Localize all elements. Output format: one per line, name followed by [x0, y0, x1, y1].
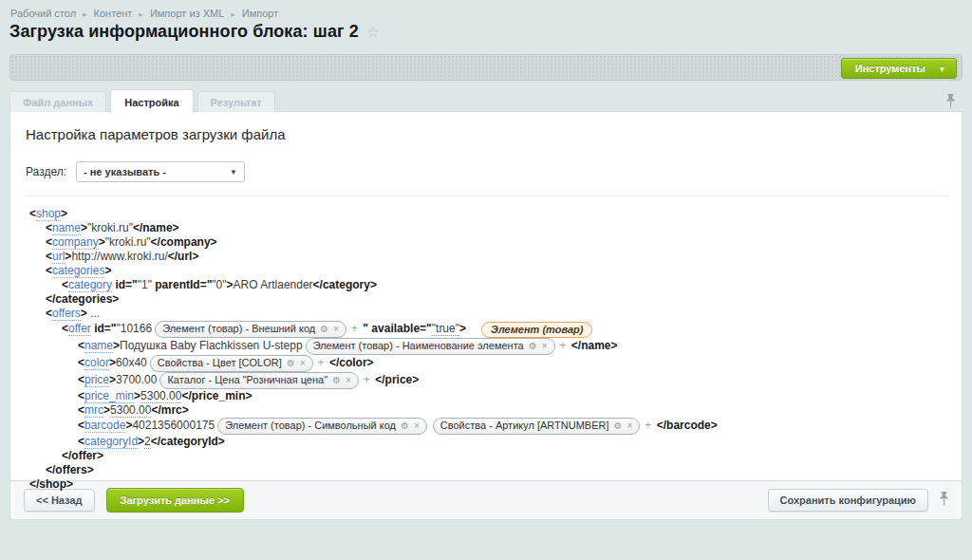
add-mapping-button[interactable]: +	[645, 419, 651, 432]
xml-line: <categories>	[29, 264, 950, 278]
xml-line: <offer id=""10166Элемент (товар) - Внешн…	[29, 321, 950, 338]
xml-text: >	[103, 403, 110, 417]
element-type-badge: Элемент (товар)	[481, 322, 592, 338]
xml-tag-link[interactable]: categoryId	[84, 435, 138, 449]
mapping-pill-label: Элемент (товар) - Символьный код	[225, 420, 396, 431]
mapping-pill[interactable]: Свойства - Цвет [COLOR]⚙×	[150, 355, 313, 372]
breadcrumb-link-desktop[interactable]: Рабочий стол	[10, 8, 76, 19]
mapping-pill[interactable]: Элемент (товар) - Символьный код⚙×	[217, 418, 427, 435]
xml-value-link[interactable]: 5300.00	[110, 403, 151, 418]
gear-icon[interactable]: ⚙	[287, 358, 295, 368]
tab-file-data[interactable]: Файл данных	[9, 91, 106, 112]
xml-text: ...	[87, 307, 100, 320]
xml-tag-link[interactable]: name	[84, 339, 113, 353]
xml-tag-link[interactable]: shop	[36, 207, 61, 221]
save-config-button[interactable]: Сохранить конфигурацию	[768, 489, 928, 512]
xml-tag-link[interactable]: offer	[68, 322, 91, 336]
xml-text: <	[78, 373, 84, 386]
divider	[26, 196, 948, 196]
pin-icon[interactable]	[946, 94, 955, 112]
section-select[interactable]: - не указывать - ▼	[76, 161, 245, 182]
xml-text: </price>	[372, 373, 419, 386]
xml-line: <shop>	[29, 207, 950, 221]
mapping-pill[interactable]: Элемент (товар) - Внешний код⚙×	[155, 321, 346, 338]
title-row: Загрузка информационного блока: шаг 2 ☆	[9, 22, 380, 42]
panel-heading: Настройка параметров загрузки файла	[10, 112, 962, 142]
tab-settings[interactable]: Настройка	[110, 89, 193, 113]
xml-text: </company>	[151, 235, 217, 249]
xml-tag-link[interactable]: color	[84, 356, 109, 370]
xml-value-link[interactable]: 2	[144, 435, 151, 449]
xml-tag-link[interactable]: categories	[52, 264, 104, 278]
xml-tag-link[interactable]: offers	[52, 307, 81, 321]
xml-tag-link[interactable]: barcode	[84, 419, 125, 433]
add-mapping-button[interactable]: +	[318, 356, 325, 369]
xml-text: </name>	[569, 339, 618, 352]
gear-icon[interactable]: ⚙	[529, 341, 537, 351]
xml-tag-link[interactable]: company	[52, 235, 99, 250]
xml-line: <price_min>5300.00</price_min>	[29, 389, 950, 403]
xml-text: <	[29, 207, 36, 220]
xml-value-link[interactable]: "true"	[432, 322, 459, 336]
add-mapping-button[interactable]: +	[351, 322, 358, 335]
pin-icon[interactable]	[940, 492, 948, 510]
close-icon[interactable]: ×	[542, 341, 548, 351]
xml-text: 3700.00	[116, 373, 157, 386]
xml-tag-link[interactable]: price	[84, 373, 109, 387]
xml-tag-link[interactable]: price_min	[84, 389, 134, 403]
add-mapping-button[interactable]: +	[364, 373, 370, 386]
gear-icon[interactable]: ⚙	[320, 324, 328, 334]
breadcrumb-link-import[interactable]: Импорт	[242, 8, 278, 19]
xml-text: </categoryId>	[151, 435, 225, 448]
tab-result[interactable]: Результат	[197, 91, 275, 112]
back-button[interactable]: << Назад	[24, 489, 95, 512]
chevron-down-icon: ▼	[938, 65, 946, 74]
xml-preview: <shop><name>"kroki.ru"</name><company>"k…	[29, 207, 950, 492]
xml-line: </offers>	[29, 463, 950, 477]
xml-text: <	[46, 250, 52, 263]
close-icon[interactable]: ×	[346, 375, 351, 385]
favorite-star-icon[interactable]: ☆	[366, 23, 380, 41]
gear-icon[interactable]: ⚙	[614, 420, 623, 431]
xml-text: <	[78, 389, 84, 402]
close-icon[interactable]: ×	[300, 358, 306, 368]
xml-text: <	[46, 221, 52, 234]
mapping-pill-label: Свойства - Артикул [ARTNUMBER]	[440, 420, 609, 431]
gear-icon[interactable]: ⚙	[332, 375, 341, 385]
xml-tag-link[interactable]: category	[68, 278, 112, 292]
xml-text: >	[61, 207, 67, 220]
xml-line: <categoryId>2</categoryId>	[29, 435, 950, 449]
xml-text: ARO Artlaender	[234, 278, 313, 291]
xml-text: </color>	[327, 356, 374, 369]
section-select-value: - не указывать -	[84, 166, 166, 177]
xml-text: "kroki.ru"	[87, 221, 133, 234]
close-icon[interactable]: ×	[414, 420, 420, 431]
page-title: Загрузка информационного блока: шаг 2	[9, 22, 359, 42]
tools-button[interactable]: Инструменты ▼	[841, 58, 957, 79]
xml-text: parentId="	[152, 278, 212, 291]
xml-text: >	[134, 389, 140, 402]
breadcrumb-link-content[interactable]: Контент	[94, 8, 133, 19]
close-icon[interactable]: ×	[333, 324, 339, 334]
add-mapping-button[interactable]: +	[560, 339, 567, 352]
xml-tag-link[interactable]: url	[52, 250, 65, 264]
xml-text: " available="	[360, 322, 432, 335]
xml-line: <mrc>5300.00</mrc>	[29, 403, 950, 418]
xml-tag-link[interactable]: name	[52, 221, 81, 235]
mapping-pill[interactable]: Элемент (товар) - Наименование элемента⚙…	[306, 338, 555, 355]
mapping-pill-label: Свойства - Цвет [COLOR]	[158, 357, 282, 368]
xml-text: <	[78, 339, 84, 352]
mapping-pill[interactable]: Каталог - Цена "Розничная цена"⚙×	[159, 372, 358, 389]
xml-text: </name>	[133, 221, 179, 234]
xml-value-link[interactable]: 5300.00	[140, 389, 181, 403]
xml-tag-link[interactable]: mrc	[84, 403, 103, 418]
xml-line: <company>"kroki.ru"</company>	[29, 235, 950, 250]
mapping-pill[interactable]: Свойства - Артикул [ARTNUMBER]⚙×	[433, 418, 641, 435]
gear-icon[interactable]: ⚙	[401, 420, 409, 431]
xml-text: >	[459, 322, 466, 335]
breadcrumb-link-xml-import[interactable]: Импорт из XML	[150, 8, 224, 19]
xml-line: </shop>	[29, 477, 950, 492]
xml-text: >	[109, 373, 116, 386]
tools-button-label: Инструменты	[855, 63, 925, 74]
close-icon[interactable]: ×	[627, 420, 633, 431]
